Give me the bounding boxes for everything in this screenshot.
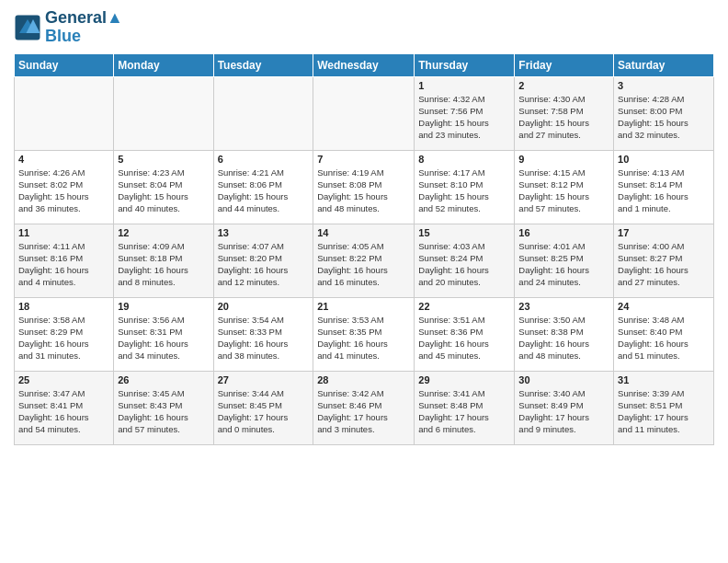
calendar-cell: 24Sunrise: 3:48 AM Sunset: 8:40 PM Dayli… [614,297,714,371]
day-info: Sunrise: 3:40 AM Sunset: 8:49 PM Dayligh… [518,387,609,436]
calendar-cell: 1Sunrise: 4:32 AM Sunset: 7:56 PM Daylig… [415,76,515,150]
weekday-header-thursday: Thursday [415,53,515,76]
day-number: 5 [118,154,209,165]
day-number: 26 [118,374,209,385]
day-number: 31 [618,374,710,385]
calendar-cell: 30Sunrise: 3:40 AM Sunset: 8:49 PM Dayli… [515,371,614,444]
day-info: Sunrise: 3:58 AM Sunset: 8:29 PM Dayligh… [18,314,109,362]
calendar-cell: 28Sunrise: 3:42 AM Sunset: 8:46 PM Dayli… [313,371,415,444]
calendar-cell: 17Sunrise: 4:00 AM Sunset: 8:27 PM Dayli… [614,224,714,297]
calendar-cell: 5Sunrise: 4:23 AM Sunset: 8:04 PM Daylig… [114,150,213,224]
day-number: 20 [218,301,310,312]
day-number: 15 [418,227,510,238]
calendar-week-2: 4Sunrise: 4:26 AM Sunset: 8:02 PM Daylig… [15,150,714,224]
day-number: 16 [518,227,609,238]
day-info: Sunrise: 4:07 AM Sunset: 8:20 PM Dayligh… [218,240,310,289]
day-number: 2 [518,80,609,91]
weekday-header-sunday: Sunday [15,53,114,76]
day-number: 18 [18,301,109,312]
calendar-cell: 12Sunrise: 4:09 AM Sunset: 8:18 PM Dayli… [114,224,213,297]
day-number: 23 [518,301,609,312]
calendar-cell: 8Sunrise: 4:17 AM Sunset: 8:10 PM Daylig… [415,150,515,224]
day-number: 12 [118,227,209,238]
day-info: Sunrise: 3:45 AM Sunset: 8:43 PM Dayligh… [118,387,209,436]
calendar-cell [114,76,213,150]
calendar-cell: 14Sunrise: 4:05 AM Sunset: 8:22 PM Dayli… [313,224,415,297]
calendar-cell: 2Sunrise: 4:30 AM Sunset: 7:58 PM Daylig… [515,76,614,150]
calendar-week-3: 11Sunrise: 4:11 AM Sunset: 8:16 PM Dayli… [15,224,714,297]
day-info: Sunrise: 4:32 AM Sunset: 7:56 PM Dayligh… [418,93,510,142]
calendar-cell: 29Sunrise: 3:41 AM Sunset: 8:48 PM Dayli… [415,371,515,444]
day-info: Sunrise: 4:01 AM Sunset: 8:25 PM Dayligh… [518,240,609,289]
day-info: Sunrise: 3:56 AM Sunset: 8:31 PM Dayligh… [118,314,209,362]
day-info: Sunrise: 4:05 AM Sunset: 8:22 PM Dayligh… [317,240,410,289]
calendar-cell: 23Sunrise: 3:50 AM Sunset: 8:38 PM Dayli… [515,297,614,371]
day-number: 10 [618,154,710,165]
calendar-cell: 19Sunrise: 3:56 AM Sunset: 8:31 PM Dayli… [114,297,213,371]
calendar-cell: 16Sunrise: 4:01 AM Sunset: 8:25 PM Dayli… [515,224,614,297]
day-number: 8 [418,154,510,165]
day-number: 11 [18,227,109,238]
day-info: Sunrise: 4:21 AM Sunset: 8:06 PM Dayligh… [218,167,310,215]
day-number: 24 [618,301,710,312]
day-info: Sunrise: 4:15 AM Sunset: 8:12 PM Dayligh… [518,167,609,215]
weekday-header-monday: Monday [114,53,213,76]
day-info: Sunrise: 4:11 AM Sunset: 8:16 PM Dayligh… [18,240,109,289]
weekday-header-saturday: Saturday [614,53,714,76]
calendar-cell: 27Sunrise: 3:44 AM Sunset: 8:45 PM Dayli… [213,371,313,444]
calendar-cell: 11Sunrise: 4:11 AM Sunset: 8:16 PM Dayli… [15,224,114,297]
logo-icon [14,14,41,41]
day-info: Sunrise: 4:23 AM Sunset: 8:04 PM Dayligh… [118,167,209,215]
day-number: 13 [218,227,310,238]
day-info: Sunrise: 3:42 AM Sunset: 8:46 PM Dayligh… [317,387,410,436]
day-number: 27 [218,374,310,385]
day-info: Sunrise: 3:44 AM Sunset: 8:45 PM Dayligh… [218,387,310,436]
calendar-cell: 4Sunrise: 4:26 AM Sunset: 8:02 PM Daylig… [15,150,114,224]
calendar-cell: 22Sunrise: 3:51 AM Sunset: 8:36 PM Dayli… [415,297,515,371]
calendar-week-5: 25Sunrise: 3:47 AM Sunset: 8:41 PM Dayli… [15,371,714,444]
day-info: Sunrise: 3:41 AM Sunset: 8:48 PM Dayligh… [418,387,510,436]
day-info: Sunrise: 3:51 AM Sunset: 8:36 PM Dayligh… [418,314,510,362]
page-header: General▲ Blue [14,9,714,46]
calendar-cell [213,76,313,150]
day-info: Sunrise: 4:13 AM Sunset: 8:14 PM Dayligh… [618,167,710,215]
weekday-header-friday: Friday [515,53,614,76]
day-number: 4 [18,154,109,165]
calendar-cell [15,76,114,150]
day-number: 21 [317,301,410,312]
calendar-cell [313,76,415,150]
weekday-header-wednesday: Wednesday [313,53,415,76]
day-info: Sunrise: 4:09 AM Sunset: 8:18 PM Dayligh… [118,240,209,289]
calendar-cell: 26Sunrise: 3:45 AM Sunset: 8:43 PM Dayli… [114,371,213,444]
logo-text: General▲ Blue [45,9,123,46]
calendar-cell: 15Sunrise: 4:03 AM Sunset: 8:24 PM Dayli… [415,224,515,297]
day-info: Sunrise: 4:30 AM Sunset: 7:58 PM Dayligh… [518,93,609,142]
day-info: Sunrise: 3:39 AM Sunset: 8:51 PM Dayligh… [618,387,710,436]
calendar-cell: 13Sunrise: 4:07 AM Sunset: 8:20 PM Dayli… [213,224,313,297]
day-info: Sunrise: 4:03 AM Sunset: 8:24 PM Dayligh… [418,240,510,289]
day-number: 3 [618,80,710,91]
day-info: Sunrise: 4:17 AM Sunset: 8:10 PM Dayligh… [418,167,510,215]
calendar-cell: 25Sunrise: 3:47 AM Sunset: 8:41 PM Dayli… [15,371,114,444]
day-number: 17 [618,227,710,238]
day-number: 7 [317,154,410,165]
logo: General▲ Blue [14,9,123,46]
calendar-cell: 3Sunrise: 4:28 AM Sunset: 8:00 PM Daylig… [614,76,714,150]
day-info: Sunrise: 3:50 AM Sunset: 8:38 PM Dayligh… [518,314,609,362]
day-number: 1 [418,80,510,91]
calendar-table: SundayMondayTuesdayWednesdayThursdayFrid… [14,53,714,445]
day-info: Sunrise: 3:48 AM Sunset: 8:40 PM Dayligh… [618,314,710,362]
day-info: Sunrise: 3:47 AM Sunset: 8:41 PM Dayligh… [18,387,109,436]
calendar-cell: 7Sunrise: 4:19 AM Sunset: 8:08 PM Daylig… [313,150,415,224]
day-info: Sunrise: 4:28 AM Sunset: 8:00 PM Dayligh… [618,93,710,142]
calendar-cell: 6Sunrise: 4:21 AM Sunset: 8:06 PM Daylig… [213,150,313,224]
day-info: Sunrise: 4:00 AM Sunset: 8:27 PM Dayligh… [618,240,710,289]
day-number: 14 [317,227,410,238]
calendar-week-1: 1Sunrise: 4:32 AM Sunset: 7:56 PM Daylig… [15,76,714,150]
day-info: Sunrise: 4:19 AM Sunset: 8:08 PM Dayligh… [317,167,410,215]
day-number: 9 [518,154,609,165]
calendar-cell: 20Sunrise: 3:54 AM Sunset: 8:33 PM Dayli… [213,297,313,371]
day-number: 25 [18,374,109,385]
day-number: 30 [518,374,609,385]
day-number: 29 [418,374,510,385]
